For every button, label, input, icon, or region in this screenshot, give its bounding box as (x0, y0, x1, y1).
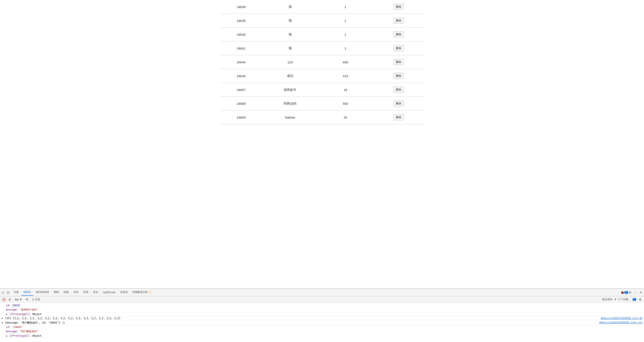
delete-button[interactable]: 删除 (394, 114, 404, 120)
cell-id: 24658 (220, 102, 262, 105)
cell-action: 删除 (373, 45, 424, 51)
cell-name: 我 (262, 19, 318, 23)
delete-button[interactable]: 删除 (394, 4, 404, 10)
main-content: 24638 我 1 删除 24639 我 1 删除 24640 我 1 删除 2… (0, 0, 644, 129)
table-row: 24638 我 1 删除 (220, 0, 424, 14)
cell-score: 1 (318, 19, 373, 22)
cell-action: 删除 (373, 114, 424, 120)
cell-id: 24644 (220, 60, 262, 64)
delete-button[interactable]: 删除 (394, 73, 404, 79)
delete-button[interactable]: 删除 (394, 87, 404, 93)
table-row: 24659 Nathan 20 删除 (220, 111, 424, 124)
cell-id: 24645 (220, 74, 262, 78)
cell-score: 1 (318, 46, 373, 50)
table-row: 24639 我 1 删除 (220, 14, 424, 28)
cell-id: 24659 (220, 116, 262, 119)
table-row: 24658 阿斯达的 500 删除 (220, 97, 424, 111)
cell-name: Nathan (262, 116, 318, 119)
cell-action: 删除 (373, 101, 424, 107)
cell-id: 24639 (220, 19, 262, 22)
table-row: 24641 我 1 删除 (220, 41, 424, 55)
cell-score: 500 (318, 102, 373, 105)
cell-name: 我 (262, 32, 318, 36)
delete-button[interactable]: 删除 (394, 101, 404, 107)
delete-button[interactable]: 删除 (394, 45, 404, 51)
delete-button[interactable]: 删除 (394, 31, 404, 37)
table-row: 24644 123 456 删除 (220, 55, 424, 69)
cell-id: 24641 (220, 46, 262, 50)
cell-name: 阿斯达的 (262, 102, 318, 106)
cell-id: 24640 (220, 33, 262, 36)
cell-name: 成功 (262, 74, 318, 78)
delete-button[interactable]: 删除 (394, 59, 404, 65)
cell-score: 1 (318, 5, 373, 9)
cell-action: 删除 (373, 73, 424, 79)
cell-action: 删除 (373, 18, 424, 24)
cell-action: 删除 (373, 4, 424, 10)
table-row: 24645 成功 123 删除 (220, 69, 424, 83)
delete-button[interactable]: 删除 (394, 18, 404, 24)
table-container: 24638 我 1 删除 24639 我 1 删除 24640 我 1 删除 2… (220, 0, 424, 124)
cell-name: 123 (262, 60, 318, 64)
cell-action: 删除 (373, 87, 424, 93)
table-body: 24638 我 1 删除 24639 我 1 删除 24640 我 1 删除 2… (220, 0, 424, 124)
table-row: 24640 我 1 删除 (220, 28, 424, 41)
cell-score: 1 (318, 33, 373, 36)
cell-action: 删除 (373, 31, 424, 37)
table-row: 24657 淑风如兮 19 删除 (220, 83, 424, 97)
cell-id: 24638 (220, 5, 262, 9)
cell-name: 我 (262, 46, 318, 50)
cell-score: 123 (318, 74, 373, 78)
cell-action: 删除 (373, 59, 424, 65)
cell-id: 24657 (220, 88, 262, 92)
cell-score: 20 (318, 116, 373, 119)
cell-name: 我 (262, 5, 318, 9)
cell-name: 淑风如兮 (262, 88, 318, 92)
cell-score: 19 (318, 88, 373, 92)
cell-score: 456 (318, 60, 373, 64)
